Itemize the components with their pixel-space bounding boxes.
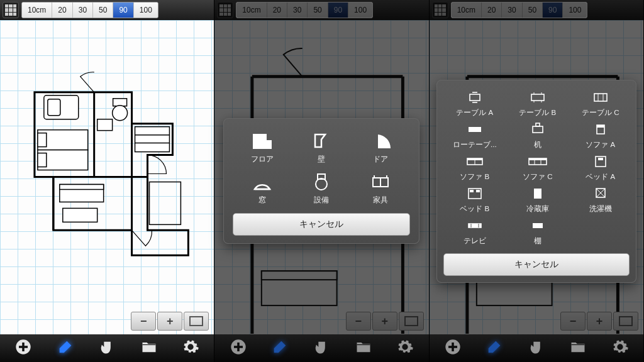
cancel-button[interactable]: キャンセル	[443, 253, 630, 276]
category-label: フロア	[251, 154, 274, 165]
svg-rect-76	[533, 223, 543, 228]
svg-rect-58	[467, 158, 482, 160]
grid-size-50[interactable]: 50	[93, 3, 113, 18]
svg-rect-18	[60, 184, 104, 189]
svg-rect-13	[97, 119, 113, 131]
category-label: 壁	[318, 154, 325, 165]
draw-icon	[57, 338, 74, 358]
category-floor[interactable]: フロア	[233, 130, 292, 165]
furniture-table-a[interactable]: テーブル A	[445, 89, 504, 118]
furniture-sofa-b[interactable]: ソファ B	[445, 153, 504, 182]
furniture-shelf[interactable]: 棚	[508, 217, 567, 246]
desk-icon	[524, 121, 552, 138]
furniture-sofa-a[interactable]: ソファ A	[571, 121, 630, 150]
sofa-b-icon	[461, 153, 489, 170]
furniture-label: ベッド A	[586, 172, 615, 182]
furniture-icon	[367, 171, 394, 192]
grid-size-10cm[interactable]: 10cm	[22, 3, 52, 18]
furniture-label: テーブル B	[519, 108, 556, 118]
top-toolbar: 10cm20305090100	[0, 0, 214, 20]
furniture-label: テーブル A	[456, 108, 493, 118]
svg-rect-7	[38, 133, 47, 147]
furniture-low-table[interactable]: ローテーブ...	[445, 121, 504, 150]
category-label: 窓	[258, 195, 266, 206]
svg-rect-52	[533, 126, 543, 133]
door-icon	[367, 130, 394, 151]
grid-size-selector: 10cm20305090100	[21, 2, 158, 18]
category-door[interactable]: ドア	[351, 130, 410, 165]
furniture-fridge[interactable]: 冷蔵庫	[508, 185, 567, 214]
svg-rect-72	[469, 224, 481, 228]
category-modal: フロア壁ドア窓設備家具 キャンセル	[223, 118, 419, 244]
screen-furniture-modal: 10cm20305090100 − + テーブル Aテーブル Bテーブル Cロー…	[430, 0, 644, 362]
svg-rect-55	[597, 125, 604, 128]
zoom-in-button[interactable]: +	[157, 312, 182, 331]
furniture-table-b[interactable]: テーブル B	[508, 89, 567, 118]
svg-rect-43	[531, 94, 544, 101]
equipment-icon	[308, 171, 335, 192]
grid-size-20[interactable]: 20	[52, 3, 72, 18]
grid-size-90[interactable]: 90	[113, 3, 133, 18]
draw-tool[interactable]	[53, 337, 78, 359]
table-c-icon	[587, 89, 614, 106]
svg-rect-51	[469, 127, 481, 132]
low-table-icon	[461, 121, 489, 138]
svg-rect-14	[135, 127, 170, 152]
category-furniture[interactable]: 家具	[351, 171, 410, 206]
category-label: 家具	[373, 195, 388, 206]
zoom-fit-button[interactable]	[184, 312, 209, 331]
canvas[interactable]: − +	[0, 20, 214, 334]
svg-rect-19	[63, 208, 97, 222]
pan-tool[interactable]	[94, 337, 119, 359]
grid-size-100[interactable]: 100	[134, 3, 158, 18]
svg-rect-11	[113, 99, 127, 106]
category-wall[interactable]: 壁	[292, 130, 351, 165]
table-a-icon	[461, 89, 489, 106]
furniture-grid: テーブル Aテーブル Bテーブル Cローテーブ...机ソファ Aソファ Bソファ…	[443, 89, 630, 246]
furniture-label: ソファ C	[523, 172, 553, 182]
furniture-washer[interactable]: 洗濯機	[571, 185, 630, 214]
svg-rect-20	[150, 182, 181, 224]
svg-point-31	[316, 178, 327, 190]
furniture-bed-b[interactable]: ベッド B	[445, 185, 504, 214]
svg-rect-10	[48, 99, 60, 116]
category-equipment[interactable]: 設備	[292, 171, 351, 206]
grid-size-30[interactable]: 30	[73, 3, 93, 18]
zoom-out-button[interactable]: −	[131, 312, 156, 331]
bed-b-icon	[461, 185, 489, 202]
pan-icon	[98, 338, 116, 358]
furniture-label: 机	[534, 140, 541, 150]
grid-toggle-button[interactable]	[3, 2, 19, 18]
furniture-table-c[interactable]: テーブル C	[571, 89, 630, 118]
shelf-icon	[524, 217, 552, 234]
furniture-bed-a[interactable]: ベッド A	[571, 153, 630, 182]
wall-icon	[308, 130, 335, 151]
furniture-sofa-c[interactable]: ソファ C	[508, 153, 567, 182]
furniture-label: テレビ	[464, 236, 486, 246]
cancel-button[interactable]: キャンセル	[233, 213, 410, 236]
furniture-label: 棚	[534, 236, 541, 246]
sofa-a-icon	[587, 121, 614, 138]
furniture-desk[interactable]: 机	[508, 121, 567, 150]
settings-tool[interactable]	[178, 337, 203, 359]
bottom-toolbar	[0, 334, 214, 362]
folder-tool[interactable]	[136, 337, 162, 359]
furniture-modal: テーブル Aテーブル Bテーブル Cローテーブ...机ソファ Aソファ Bソファ…	[436, 80, 636, 283]
svg-rect-64	[598, 158, 603, 160]
add-tool[interactable]	[11, 337, 36, 359]
category-window[interactable]: 窓	[233, 171, 292, 206]
category-grid: フロア壁ドア窓設備家具	[233, 130, 410, 206]
svg-rect-53	[536, 123, 540, 126]
modal-overlay[interactable]: フロア壁ドア窓設備家具 キャンセル	[214, 0, 428, 362]
window-icon	[248, 171, 276, 192]
category-label: 設備	[314, 195, 329, 206]
svg-rect-66	[470, 190, 474, 192]
furniture-label: ソファ B	[460, 172, 489, 182]
modal-overlay[interactable]: テーブル Aテーブル Bテーブル Cローテーブ...机ソファ Aソファ Bソファ…	[430, 0, 643, 362]
svg-rect-67	[476, 190, 480, 192]
bed-a-icon	[587, 153, 614, 170]
furniture-tv[interactable]: テレビ	[445, 217, 504, 246]
svg-rect-62	[529, 158, 547, 160]
svg-rect-40	[470, 94, 480, 101]
screen-category-modal: 10cm20305090100 − + フロア壁ドア窓設備家具 キャンセル	[214, 0, 429, 362]
